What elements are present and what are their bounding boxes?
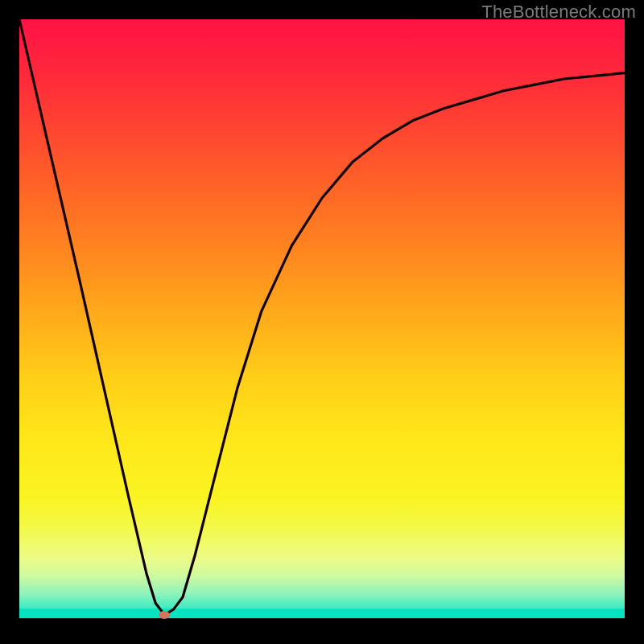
chart-plot-area bbox=[19, 19, 625, 625]
bottleneck-curve bbox=[19, 19, 625, 625]
watermark-text: TheBottleneck.com bbox=[481, 2, 636, 23]
